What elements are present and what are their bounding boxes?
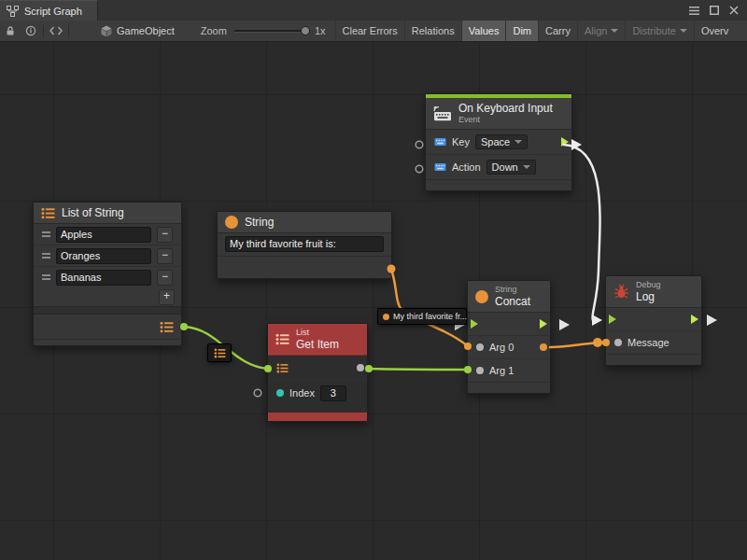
node-list-of-string[interactable]: List of String Apples − Oranges − Banana… [33,202,182,346]
carry-button[interactable]: Carry [538,21,577,41]
distribute-button-label: Distribute [632,25,675,36]
action-label: Action [452,161,481,173]
node-header: Debug Log [606,276,701,308]
chevron-down-icon [514,140,522,144]
list-output-icon[interactable] [160,321,174,333]
arg1-input-port[interactable] [476,367,484,374]
string-value-field[interactable]: My third favorite fruit is: [225,236,384,252]
control-input-port[interactable] [609,315,616,324]
index-input-port[interactable] [276,389,284,397]
node-get-item[interactable]: List Get Item Index 3 [267,323,368,422]
node-divider [34,306,181,315]
tab-script-graph[interactable]: Script Graph [0,0,98,21]
list-port-icon[interactable] [276,363,289,373]
node-footer [426,179,571,190]
chevron-down-icon [680,29,687,33]
arg0-label: Arg 0 [489,342,514,353]
lock-icon[interactable] [0,21,21,41]
node-header: List Get Item [268,324,367,356]
value-bubble-text: My third favorite fr... [393,312,467,321]
remove-item-button[interactable]: − [157,248,173,264]
string-value-row: My third favorite fruit is: [218,233,391,256]
list-item-field[interactable]: Oranges [56,248,151,264]
index-field[interactable]: 3 [320,385,346,401]
list-input-row [268,356,367,380]
control-output-port[interactable] [540,319,547,329]
overview-button[interactable]: Overv [694,21,735,41]
zoom-slider[interactable] [234,30,307,33]
index-label: Index [289,387,315,399]
string-value-dot [383,314,389,320]
index-row: Index 3 [268,380,367,405]
node-title: Get Item [296,338,339,351]
keyboard-event-icon [433,106,452,121]
control-row [468,313,550,335]
list-output-row [34,315,181,339]
script-graph-icon [7,6,19,17]
drag-handle-icon[interactable] [42,253,50,259]
result-output-port[interactable] [540,343,547,351]
node-category: Debug [636,280,661,290]
value-bubble-string: My third favorite fr... [377,308,467,325]
control-row [606,308,701,330]
zoom-label: Zoom [201,25,227,36]
key-dropdown-value: Space [481,136,510,147]
gameobject-selector[interactable]: GameObject [95,25,180,37]
control-output-port[interactable] [561,137,569,147]
remove-item-button[interactable]: − [157,227,173,243]
window-controls [689,0,747,21]
drag-handle-icon[interactable] [42,231,50,237]
clear-errors-button[interactable]: Clear Errors [335,21,404,41]
key-row: Key Space [426,130,571,154]
window-titlebar: Script Graph [0,0,747,21]
add-item-button[interactable]: + [159,289,175,305]
zoom-slider-handle[interactable] [301,26,310,35]
node-debug-log[interactable]: Debug Log Message [605,275,702,366]
string-output-row [218,256,391,278]
list-item: Apples − [34,224,181,245]
drag-handle-icon[interactable] [42,274,50,280]
relations-button[interactable]: Relations [404,21,461,41]
toolbar-separator [68,25,69,37]
key-dropdown[interactable]: Space [475,134,528,149]
maximize-icon[interactable] [710,6,719,15]
action-dropdown-value: Down [492,161,518,173]
node-on-keyboard-input[interactable]: On Keyboard Input Event Key Space Action… [425,93,572,191]
node-string-literal[interactable]: String My third favorite fruit is: [217,211,392,279]
toolbar-separator [43,25,44,37]
action-row: Action Down [426,154,571,179]
node-footer [468,382,550,393]
item-output-port[interactable] [357,364,364,371]
dim-button[interactable]: Dim [505,21,538,41]
list-item-field[interactable]: Bananas [56,270,151,286]
message-label: Message [627,337,669,348]
close-icon[interactable] [729,6,739,15]
message-input-port[interactable] [614,339,622,346]
chevron-down-icon [611,29,618,33]
node-header: String Concat [468,281,550,313]
zoom-value: 1x [315,25,326,36]
info-icon[interactable] [21,21,41,41]
arg0-input-port[interactable] [476,343,484,351]
menu-icon[interactable] [689,7,699,15]
node-concat[interactable]: String Concat Arg 0 Arg 1 [467,280,551,394]
arg1-row: Arg 1 [468,358,550,382]
values-button[interactable]: Values [461,21,506,41]
list-item-field[interactable]: Apples [56,227,151,243]
action-type-icon [434,162,446,172]
arg0-row: Arg 0 [468,335,550,358]
control-input-port[interactable] [471,319,478,329]
code-icon[interactable] [46,21,66,41]
remove-item-button[interactable]: − [157,270,173,286]
node-header: List of String [34,203,181,224]
control-output-port[interactable] [691,315,698,324]
key-type-icon [434,137,446,147]
tab-title: Script Graph [24,6,82,17]
value-bubble-list [207,343,232,362]
node-title: On Keyboard Input [458,102,553,115]
action-dropdown[interactable]: Down [486,160,536,175]
gameobject-icon [101,25,112,37]
list-icon [214,348,226,358]
node-subtitle: Event [458,115,553,125]
node-title: String [245,216,274,229]
